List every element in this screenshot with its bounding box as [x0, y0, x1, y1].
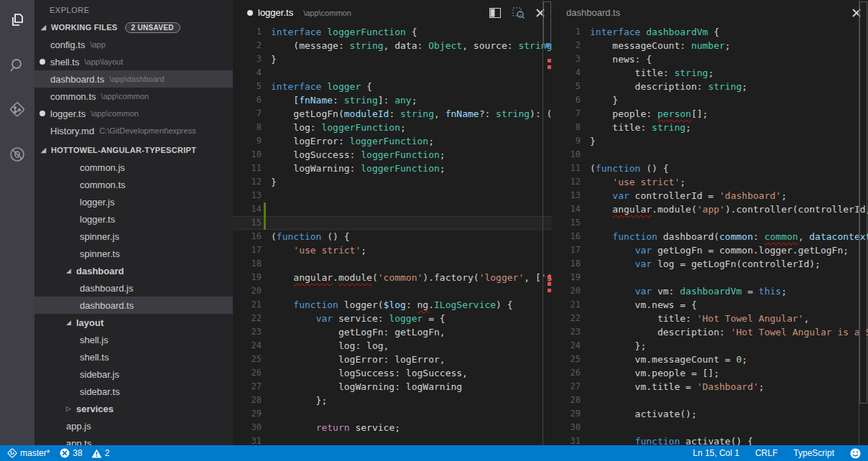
code-content: logWarning: loggerFunction; — [262, 162, 445, 175]
code-content: messageCount: number; — [581, 39, 731, 52]
code-content: getLogFn(moduleId: string, fnName?: stri… — [262, 107, 552, 121]
editor-title[interactable]: logger.ts \app\common — [247, 7, 351, 18]
line-number: 15 — [233, 216, 262, 230]
working-files-header[interactable]: ◢ WORKING FILES 2 UNSAVED — [34, 19, 233, 36]
working-file-item[interactable]: config.ts\app — [34, 36, 233, 53]
file-name: common.ts — [80, 180, 126, 190]
code-line: 5interface logger { — [233, 80, 552, 93]
line-number: 14 — [552, 202, 581, 216]
eol-indicator[interactable]: CRLF — [755, 445, 777, 461]
code-line: 1interface dashboardVm { — [552, 25, 868, 39]
working-file-item[interactable]: common.ts\app\common — [34, 88, 233, 105]
file-name: dashboard.ts — [50, 74, 104, 85]
file-path: \app\common — [91, 109, 139, 118]
code-line: 3 news: { — [552, 52, 868, 66]
project-label: HOTTOWEL-ANGULAR-TYPESCRIPT — [51, 146, 196, 154]
folder-name: layout — [76, 317, 103, 328]
line-number: 21 — [552, 298, 581, 312]
tree-item-dashboard-js[interactable]: dashboard.js — [34, 279, 233, 297]
tree-item-common-ts[interactable]: common.ts — [34, 176, 233, 193]
unsaved-badge: 2 UNSAVED — [125, 22, 180, 33]
code-line: 27 vm.title = 'Dashboard'; — [552, 380, 868, 394]
tree-item-common-js[interactable]: common.js — [34, 159, 233, 176]
working-file-item[interactable]: logger.ts\app\common — [34, 105, 233, 122]
code-editor-dashboard[interactable]: 1interface dashboardVm {2 messageCount: … — [552, 25, 868, 445]
search-tab[interactable] — [0, 45, 34, 89]
line-number: 31 — [233, 434, 262, 445]
activity-bar — [0, 0, 34, 445]
tree-item-logger-ts[interactable]: logger.ts — [34, 210, 233, 228]
line-number: 2 — [233, 39, 262, 52]
working-file-item[interactable]: shell.ts\app\layout — [34, 53, 233, 70]
tree-item-dashboard-ts[interactable]: dashboard.ts — [34, 297, 233, 314]
code-content: title: 'Hot Towel Angular', — [581, 312, 809, 325]
git-tab[interactable] — [0, 89, 34, 134]
file-name: spinner.js — [80, 231, 119, 242]
project-header[interactable]: ◢ HOTTOWEL-ANGULAR-TYPESCRIPT — [34, 141, 233, 159]
cursor-position[interactable]: Ln 15, Col 1 — [693, 445, 739, 461]
code-content: logSuccess: loggerFunction; — [262, 148, 445, 162]
code-editor-logger[interactable]: 1interface loggerFunction {2 (message: s… — [233, 25, 552, 445]
tree-item-sidebar-ts[interactable]: sidebar.ts — [34, 383, 233, 400]
debug-tab[interactable] — [0, 134, 34, 178]
line-number: 15 — [552, 216, 581, 230]
tree-item-layout[interactable]: ◢layout — [34, 314, 233, 331]
code-line: 31 — [233, 434, 552, 445]
code-line: 9 logError: loggerFunction; — [233, 134, 552, 148]
ruler-mark — [548, 59, 551, 62]
scrollbar-slider[interactable] — [859, 1, 867, 404]
file-name: logger.ts — [50, 108, 86, 119]
code-line: 22 title: 'Hot Towel Angular', — [552, 312, 868, 325]
git-branch-indicator[interactable]: master* — [7, 445, 50, 461]
error-count: 38 — [73, 448, 82, 458]
split-editor-icon[interactable] — [489, 8, 501, 18]
tree-item-app-js[interactable]: app.js — [34, 417, 233, 434]
file-name: sidebar.ts — [80, 386, 120, 397]
code-content: logError: loggerFunction; — [262, 134, 434, 148]
code-content: interface dashboardVm { — [581, 25, 719, 39]
line-number: 26 — [552, 366, 581, 380]
tree-item-sidebar-js[interactable]: sidebar.js — [34, 365, 233, 383]
editor-title[interactable]: dashboard.ts — [566, 7, 620, 18]
search-icon — [8, 56, 27, 78]
feedback-smiley[interactable] — [850, 445, 861, 461]
tree-item-shell-js[interactable]: shell.js — [34, 331, 233, 348]
code-line: 27 logWarning: logWarning — [233, 380, 552, 394]
ruler-mark — [546, 43, 550, 47]
sidebar-title: EXPLORE — [34, 0, 233, 19]
line-number: 9 — [233, 134, 262, 148]
line-number: 7 — [552, 107, 581, 121]
line-number: 1 — [552, 25, 581, 39]
vscode-window: EXPLORE ◢ WORKING FILES 2 UNSAVED config… — [0, 0, 868, 461]
explorer-tab[interactable] — [0, 0, 34, 45]
tree-item-dashboard[interactable]: ◢dashboard — [34, 262, 233, 279]
line-number: 29 — [233, 407, 262, 421]
code-line: 17 'use strict'; — [233, 243, 552, 257]
line-number: 31 — [552, 434, 581, 445]
line-number: 16 — [233, 230, 262, 243]
tree-item-shell-ts[interactable]: shell.ts — [34, 348, 233, 365]
tree-item-spinner-js[interactable]: spinner.js — [34, 228, 233, 245]
line-number: 5 — [233, 80, 262, 93]
line-number: 30 — [233, 421, 262, 434]
editor-pane-dashboard: dashboard.ts 1interface dashboardVm {2 m… — [552, 0, 868, 445]
open-preview-icon[interactable] — [512, 7, 525, 19]
code-content: [fnName: string]: any; — [262, 93, 417, 107]
code-content: title: string; — [581, 121, 691, 134]
code-content: getLogFn: getLogFn, — [262, 325, 445, 339]
tree-item-logger-js[interactable]: logger.js — [34, 193, 233, 210]
language-mode[interactable]: TypeScript — [793, 445, 834, 461]
editor-title-path: \app\common — [303, 9, 351, 17]
line-number: 6 — [233, 93, 262, 107]
code-line: 6 [fnName: string]: any; — [233, 93, 552, 107]
tree-item-services[interactable]: ▷services — [34, 400, 233, 417]
file-name: logger.ts — [80, 214, 115, 225]
working-file-item[interactable]: History.mdC:\GitDevelopment\express — [34, 122, 233, 139]
problems-indicator[interactable]: 38 2 — [60, 445, 109, 461]
file-path: \app\dashboard — [109, 75, 164, 83]
scrollbar-slider[interactable] — [543, 1, 551, 47]
file-name: common.js — [80, 162, 125, 173]
code-content: log: loggerFunction; — [262, 121, 406, 134]
working-file-item[interactable]: dashboard.ts\app\dashboard — [34, 70, 233, 88]
tree-item-spinner-ts[interactable]: spinner.ts — [34, 245, 233, 262]
